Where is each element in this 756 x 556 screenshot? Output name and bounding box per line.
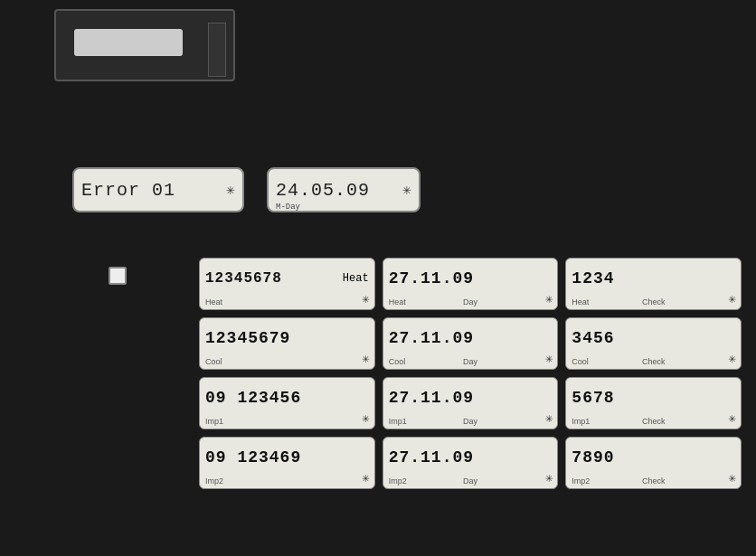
grid-value-r2-c2: 5678 <box>572 389 614 407</box>
grid-value-r0-c0: 12345678 <box>205 270 282 287</box>
grid-sublabel2-r0-c1: Day <box>463 297 477 306</box>
grid-cell-r3-c2: 7890Imp2Check✳ <box>565 437 742 489</box>
grid-value-r2-c1: 27.11.09 <box>389 389 474 407</box>
grid-sublabel2-r3-c2: Check <box>642 476 666 485</box>
grid-value-r1-c2: 3456 <box>572 329 614 347</box>
grid-cell-r1-c2: 3456CoolCheck✳ <box>565 317 742 370</box>
grid-cell-r0-c2: 1234HeatCheck✳ <box>565 258 742 310</box>
grid-sublabel-r3-c1: Imp2 <box>389 476 407 485</box>
grid-sublabel-r2-c1: Imp1 <box>389 417 407 426</box>
grid-sublabel-r1-c1: Cool <box>389 357 406 366</box>
grid-star-r0-c1: ✳ <box>545 291 553 306</box>
grid-sublabel-r0-c2: Heat <box>572 297 589 306</box>
grid-sublabel2-r1-c2: Check <box>642 357 666 366</box>
grid-extra-r0-c0: Heat <box>343 272 369 285</box>
grid-value-r0-c1: 27.11.09 <box>389 269 474 287</box>
grid-value-r2-c0: 09 123456 <box>205 389 301 407</box>
grid-sublabel-r1-c0: Cool <box>205 357 222 366</box>
grid-cell-r3-c1: 27.11.09Imp2Day✳ <box>383 437 559 489</box>
grid-star-r3-c0: ✳ <box>362 470 369 485</box>
grid-sublabel-r0-c1: Heat <box>389 297 406 306</box>
grid-cell-r2-c2: 5678Imp1Check✳ <box>565 377 742 429</box>
grid-sublabel-r3-c0: Imp2 <box>205 476 223 485</box>
grid-sublabel2-r0-c2: Check <box>642 297 666 306</box>
grid-cell-r3-c0: 09 123469Imp2✳ <box>199 437 375 489</box>
grid-star-r3-c1: ✳ <box>545 470 553 485</box>
grid-value-r0-c2: 1234 <box>572 269 614 287</box>
error-text: Error 01 <box>81 180 175 201</box>
grid-sublabel-r2-c2: Imp1 <box>572 417 590 426</box>
grid-value-r1-c1: 27.11.09 <box>389 329 474 347</box>
grid-sublabel2-r2-c2: Check <box>642 417 666 426</box>
top-small-indicator <box>208 23 226 77</box>
grid-cell-r1-c0: 12345679Cool✳ <box>199 317 375 370</box>
error-display: Error 01 ✳ <box>72 167 244 212</box>
grid-star-r0-c0: ✳ <box>362 291 369 306</box>
date-sublabel: M-Day <box>276 203 300 212</box>
grid-star-r3-c2: ✳ <box>729 470 736 485</box>
grid-sublabel-r2-c0: Imp1 <box>205 417 223 426</box>
grid-cell-r0-c1: 27.11.09HeatDay✳ <box>383 258 559 310</box>
grid-sublabel2-r1-c1: Day <box>463 357 477 366</box>
grid-cell-r0-c0: 12345678HeatHeat✳ <box>199 258 375 310</box>
grid-value-r1-c0: 12345679 <box>205 329 290 347</box>
grid-value-r3-c0: 09 123469 <box>205 448 301 466</box>
grid-star-r1-c1: ✳ <box>545 351 553 366</box>
date-display: 24.05.09 M-Day ✳ <box>267 167 421 212</box>
grid-star-r2-c2: ✳ <box>729 410 736 426</box>
grid-sublabel-r1-c2: Cool <box>572 357 589 366</box>
grid-sublabel-r0-c0: Heat <box>205 297 222 306</box>
grid-star-r1-c2: ✳ <box>729 351 736 366</box>
left-checkbox[interactable] <box>109 267 127 285</box>
date-text: 24.05.09 <box>276 180 370 201</box>
grid-star-r2-c0: ✳ <box>362 410 369 426</box>
grid-star-r0-c2: ✳ <box>729 291 736 306</box>
grid-sublabel-r3-c2: Imp2 <box>572 476 590 485</box>
grid-cell-r1-c1: 27.11.09CoolDay✳ <box>383 317 559 370</box>
grid-value-r3-c2: 7890 <box>572 448 614 466</box>
grid-value-r3-c1: 27.11.09 <box>389 448 474 466</box>
display-grid: 12345678HeatHeat✳27.11.09HeatDay✳1234Hea… <box>199 258 742 489</box>
top-panel-inner <box>74 29 183 56</box>
grid-cell-r2-c1: 27.11.09Imp1Day✳ <box>383 377 559 429</box>
grid-sublabel2-r3-c1: Day <box>463 476 477 485</box>
date-star-icon: ✳ <box>402 181 411 199</box>
error-star-icon: ✳ <box>226 181 235 199</box>
grid-star-r1-c0: ✳ <box>362 351 369 366</box>
grid-sublabel2-r2-c1: Day <box>463 417 477 426</box>
grid-star-r2-c1: ✳ <box>545 410 553 426</box>
grid-cell-r2-c0: 09 123456Imp1✳ <box>199 377 375 429</box>
